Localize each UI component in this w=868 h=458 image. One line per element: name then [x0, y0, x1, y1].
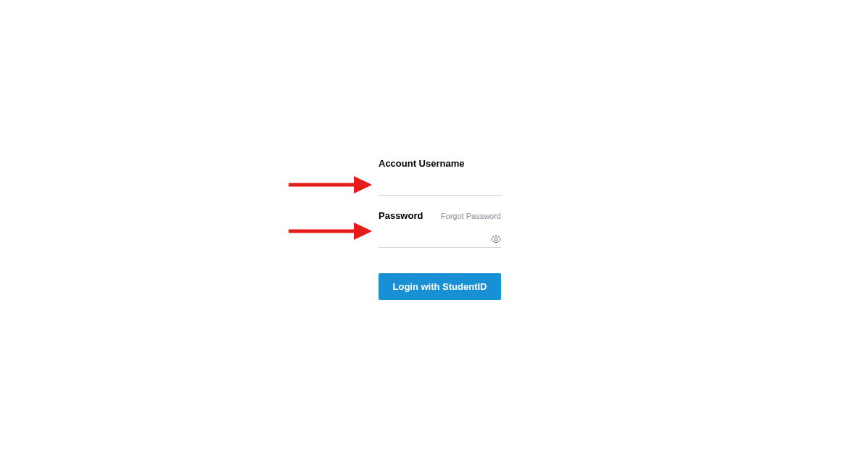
password-label-row: Password Forgot Password: [379, 210, 501, 221]
username-input-wrapper: [379, 178, 501, 196]
login-form: Account Username Password Forgot Passwor…: [379, 158, 501, 300]
username-label: Account Username: [379, 158, 464, 169]
username-input[interactable]: [379, 178, 501, 192]
svg-marker-4: [354, 222, 372, 240]
password-label: Password: [379, 210, 423, 221]
forgot-password-link[interactable]: Forgot Password: [441, 212, 501, 220]
password-input-wrapper: [379, 230, 501, 248]
password-field-group: Password Forgot Password: [379, 210, 501, 248]
password-input[interactable]: [379, 230, 501, 244]
eye-icon[interactable]: [491, 236, 501, 243]
svg-marker-2: [354, 176, 372, 193]
arrow-annotation-icon: [289, 222, 372, 240]
svg-point-0: [495, 237, 497, 240]
username-field-group: Account Username: [379, 158, 501, 196]
login-button[interactable]: Login with StudentID: [379, 273, 501, 300]
arrow-annotation-icon: [289, 176, 372, 193]
username-label-row: Account Username: [379, 158, 501, 169]
